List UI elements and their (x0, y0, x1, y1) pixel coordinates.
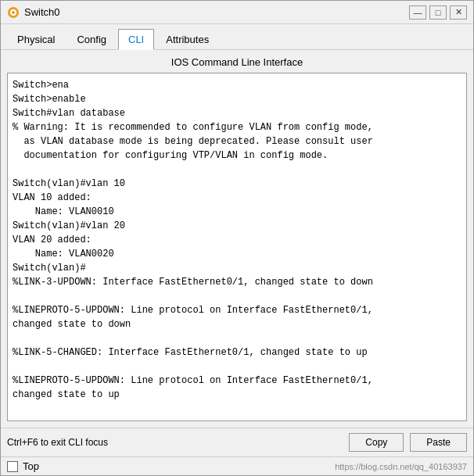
close-button[interactable]: ✕ (450, 5, 467, 20)
main-window: Switch0 — □ ✕ Physical Config CLI Attrib… (0, 0, 474, 476)
tabs-bar: Physical Config CLI Attributes (1, 24, 473, 50)
minimize-button[interactable]: — (409, 5, 426, 20)
paste-button[interactable]: Paste (410, 433, 467, 452)
title-bar: Switch0 — □ ✕ (1, 1, 473, 24)
content-area: IOS Command Line Interface (1, 50, 473, 428)
top-label: Top (23, 460, 39, 472)
watermark: https://blog.csdn.net/qq_40163937 (335, 462, 467, 471)
cli-container (7, 73, 467, 421)
footer-bar: Top https://blog.csdn.net/qq_40163937 (1, 456, 473, 475)
tab-config[interactable]: Config (66, 29, 117, 49)
tab-physical[interactable]: Physical (7, 29, 65, 49)
cli-textarea[interactable] (8, 73, 466, 421)
top-checkbox-area: Top (7, 460, 39, 472)
bottom-bar: Ctrl+F6 to exit CLI focus Copy Paste (1, 428, 473, 456)
help-text: Ctrl+F6 to exit CLI focus (7, 437, 343, 448)
top-checkbox[interactable] (7, 461, 18, 472)
svg-point-2 (12, 11, 15, 14)
copy-button[interactable]: Copy (349, 433, 404, 452)
tab-attributes[interactable]: Attributes (156, 29, 219, 49)
window-title: Switch0 (24, 6, 409, 18)
tab-cli[interactable]: CLI (118, 29, 154, 50)
window-controls: — □ ✕ (409, 5, 467, 20)
cli-section-label: IOS Command Line Interface (7, 56, 467, 68)
app-icon (7, 6, 20, 19)
maximize-button[interactable]: □ (429, 5, 447, 20)
